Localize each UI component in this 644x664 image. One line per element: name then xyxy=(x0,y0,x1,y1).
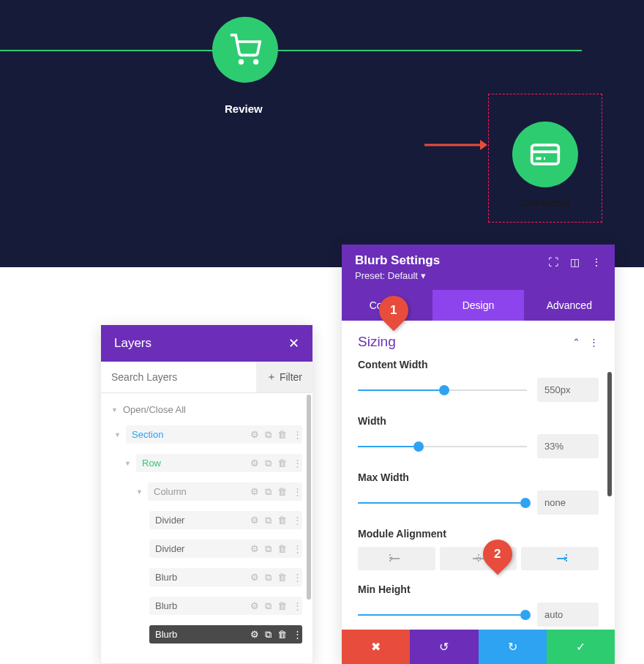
dots-icon[interactable]: ⋮ xyxy=(293,629,302,641)
review-step-icon xyxy=(212,17,278,83)
layer-blurb-active[interactable]: Blurb ⚙⧉🗑⋮ xyxy=(107,620,307,649)
duplicate-icon[interactable]: ⧉ xyxy=(265,629,272,641)
trash-icon[interactable]: 🗑 xyxy=(277,600,287,612)
cancel-button[interactable]: ✖ xyxy=(342,630,410,664)
duplicate-icon[interactable]: ⧉ xyxy=(265,515,272,526)
undo-button[interactable]: ↺ xyxy=(410,630,478,664)
scrollbar[interactable] xyxy=(607,372,612,496)
min-height-value[interactable]: auto xyxy=(537,603,599,627)
trash-icon[interactable]: 🗑 xyxy=(277,543,287,555)
tab-design[interactable]: Design xyxy=(433,290,523,321)
trash-icon[interactable]: 🗑 xyxy=(277,572,287,583)
dots-icon[interactable]: ⋮ xyxy=(293,458,302,469)
min-height-control: Min Height auto xyxy=(358,583,599,627)
duplicate-icon[interactable]: ⧉ xyxy=(265,543,272,555)
gear-icon[interactable]: ⚙ xyxy=(250,629,259,641)
chevron-up-icon[interactable]: ⌃ xyxy=(572,337,580,348)
trash-icon[interactable]: 🗑 xyxy=(277,458,287,469)
expand-icon[interactable]: ⛶ xyxy=(548,256,558,268)
content-width-control: Content Width 550px xyxy=(358,359,599,402)
width-control: Width 33% xyxy=(358,415,599,458)
tab-advanced[interactable]: Advanced xyxy=(524,290,615,321)
dots-icon[interactable]: ⋮ xyxy=(293,572,302,583)
content-width-value[interactable]: 550px xyxy=(537,378,599,402)
scrollbar[interactable] xyxy=(307,395,311,600)
min-height-slider[interactable] xyxy=(358,614,527,616)
layers-title: Layers xyxy=(114,336,151,351)
max-width-value[interactable]: none xyxy=(537,490,599,515)
dots-icon[interactable]: ⋮ xyxy=(293,429,302,441)
sizing-section-header[interactable]: Sizing ⌃ ⋮ xyxy=(358,334,599,350)
layer-blurb[interactable]: Blurb ⚙⧉🗑⋮ xyxy=(107,592,307,620)
cart-icon xyxy=(229,34,261,66)
duplicate-icon[interactable]: ⧉ xyxy=(265,572,272,583)
settings-header: Blurb Settings Preset: Default ▾ ⛶ ◫ ⋮ xyxy=(342,245,615,290)
svg-marker-3 xyxy=(480,140,487,150)
gear-icon[interactable]: ⚙ xyxy=(250,486,259,498)
filter-button[interactable]: ＋Filter xyxy=(256,362,312,392)
page-dark-bg: Review Checkout xyxy=(0,0,644,267)
align-right-button[interactable] xyxy=(521,547,599,570)
dots-icon[interactable]: ⋮ xyxy=(293,543,302,555)
snap-icon[interactable]: ◫ xyxy=(570,256,580,268)
content-width-slider[interactable] xyxy=(358,389,527,391)
trash-icon[interactable]: 🗑 xyxy=(277,515,287,526)
svg-point-1 xyxy=(255,61,258,64)
duplicate-icon[interactable]: ⧉ xyxy=(265,486,272,498)
layers-panel: Layers ✕ ＋Filter ▼ Open/Close All ▼ Sect… xyxy=(101,325,312,663)
layer-section[interactable]: ▼ Section ⚙ ⧉ 🗑 ⋮ xyxy=(107,420,307,449)
align-left-button[interactable] xyxy=(358,547,435,570)
svg-point-0 xyxy=(240,61,243,64)
gear-icon[interactable]: ⚙ xyxy=(250,600,259,612)
layer-divider[interactable]: Divider ⚙⧉🗑⋮ xyxy=(107,506,307,534)
trash-icon[interactable]: 🗑 xyxy=(277,429,287,441)
selected-module-outline[interactable]: Checkout xyxy=(488,94,602,223)
width-slider[interactable] xyxy=(358,446,527,447)
gear-icon[interactable]: ⚙ xyxy=(250,572,259,583)
layers-search-bar: ＋Filter xyxy=(101,362,312,393)
duplicate-icon[interactable]: ⧉ xyxy=(265,600,272,612)
gear-icon[interactable]: ⚙ xyxy=(250,429,259,441)
dots-icon[interactable]: ⋮ xyxy=(293,486,302,498)
trash-icon[interactable]: 🗑 xyxy=(277,486,287,498)
redo-button[interactable]: ↻ xyxy=(479,630,547,664)
dots-icon[interactable]: ⋮ xyxy=(589,337,599,348)
arrow-icon xyxy=(424,138,487,152)
progress-line xyxy=(0,50,582,51)
search-input[interactable] xyxy=(101,362,256,392)
max-width-slider[interactable] xyxy=(358,502,527,504)
max-width-control: Max Width none xyxy=(358,471,599,515)
layer-divider[interactable]: Divider ⚙⧉🗑⋮ xyxy=(107,534,307,563)
duplicate-icon[interactable]: ⧉ xyxy=(265,458,272,469)
close-icon[interactable]: ✕ xyxy=(288,335,299,351)
review-label: Review xyxy=(225,102,263,115)
settings-preset[interactable]: Preset: Default ▾ xyxy=(355,270,440,281)
save-button[interactable]: ✓ xyxy=(547,630,615,664)
dots-icon[interactable]: ⋮ xyxy=(293,515,302,526)
gear-icon[interactable]: ⚙ xyxy=(250,515,259,526)
settings-title: Blurb Settings xyxy=(355,253,440,268)
dots-icon[interactable]: ⋮ xyxy=(293,600,302,612)
trash-icon[interactable]: 🗑 xyxy=(277,629,287,641)
svg-rect-4 xyxy=(532,145,559,164)
settings-footer: ✖ ↺ ↻ ✓ xyxy=(342,630,615,664)
checkout-step-icon xyxy=(512,122,578,187)
settings-body: Sizing ⌃ ⋮ Content Width 550px Width xyxy=(342,321,615,627)
checkout-label: Checkout xyxy=(520,196,570,209)
layer-column[interactable]: ▼ Column ⚙ ⧉ 🗑 ⋮ xyxy=(107,477,307,506)
width-value[interactable]: 33% xyxy=(537,434,599,458)
layer-row[interactable]: ▼ Row ⚙ ⧉ 🗑 ⋮ xyxy=(107,449,307,477)
gear-icon[interactable]: ⚙ xyxy=(250,458,259,469)
credit-card-icon xyxy=(529,138,561,171)
gear-icon[interactable]: ⚙ xyxy=(250,543,259,555)
dots-icon[interactable]: ⋮ xyxy=(591,256,602,268)
duplicate-icon[interactable]: ⧉ xyxy=(265,429,272,441)
layers-header: Layers ✕ xyxy=(101,325,312,362)
layers-body: ▼ Open/Close All ▼ Section ⚙ ⧉ 🗑 ⋮ ▼ Row… xyxy=(101,393,312,663)
layer-blurb[interactable]: Blurb ⚙⧉🗑⋮ xyxy=(107,563,307,592)
open-close-all[interactable]: ▼ Open/Close All xyxy=(107,399,307,420)
module-alignment-control: Module Alignment xyxy=(358,528,599,570)
